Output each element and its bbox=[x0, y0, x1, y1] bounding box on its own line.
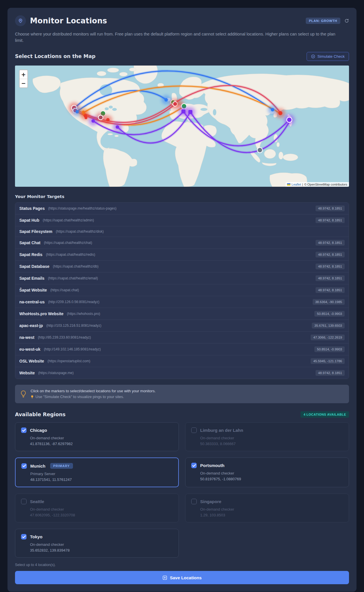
region-card[interactable]: Munich PRIMARY Primary Server 48.1371541… bbox=[15, 457, 179, 487]
target-name: Sapat Chat bbox=[19, 240, 40, 245]
target-name: Sapat Database bbox=[19, 264, 49, 269]
region-coords: 35.652832, 139.839478 bbox=[30, 548, 173, 552]
target-coords-badge: 48.9742, 8.1851 bbox=[316, 275, 345, 281]
target-coords-badge: 48.9742, 8.1851 bbox=[316, 217, 345, 223]
target-name: na-central-us bbox=[19, 300, 45, 304]
ping-blue-us[interactable] bbox=[76, 110, 79, 113]
target-coords-badge: 45.5945, -121.1786 bbox=[311, 358, 345, 364]
region-name: Chicago bbox=[30, 428, 47, 433]
ping-red-asia[interactable] bbox=[278, 111, 282, 115]
region-card[interactable]: Limburg an der Lahn On-demand checker 50… bbox=[185, 422, 349, 451]
target-coords-badge: 48.9742, 8.1851 bbox=[316, 252, 345, 257]
ping-purple-eu-1[interactable] bbox=[181, 109, 185, 113]
region-name: Portsmouth bbox=[200, 463, 224, 468]
target-name: Sapat Redis bbox=[19, 252, 42, 257]
zoom-out-button[interactable]: − bbox=[20, 79, 27, 87]
target-row: na-central-us (http://209.126.0.56:8081/… bbox=[15, 296, 349, 308]
simulate-check-button[interactable]: Simulate Check bbox=[307, 52, 349, 61]
ping-red-us-3[interactable] bbox=[106, 118, 110, 122]
ping-purple-us-2[interactable] bbox=[116, 125, 119, 129]
region-checkbox[interactable] bbox=[191, 499, 197, 504]
target-coords-badge: 35.6761, 139.6503 bbox=[312, 323, 345, 328]
region-checkbox[interactable] bbox=[21, 499, 27, 504]
region-cards-grid: Chicago On-demand checker 41.8781136, -8… bbox=[15, 422, 349, 558]
refresh-icon[interactable] bbox=[344, 18, 349, 23]
singapore-marker[interactable] bbox=[257, 147, 262, 153]
ping-purple-eu-2[interactable] bbox=[188, 110, 192, 114]
target-row: Sapat Filesystem (https://sapat.chat/hea… bbox=[15, 226, 349, 237]
target-url: (http://103.125.216.51:8081/readyz) bbox=[46, 324, 102, 328]
world-map[interactable]: + − Leaflet | © OpenStreetMap contributo… bbox=[15, 66, 349, 187]
page-description: Choose where your distributed monitors w… bbox=[15, 31, 338, 44]
target-url: (https://statuspage.me/healthz/status-pa… bbox=[48, 206, 117, 210]
region-checkbox[interactable] bbox=[191, 427, 197, 433]
region-checkbox[interactable] bbox=[21, 427, 27, 433]
region-card[interactable]: Chicago On-demand checker 41.8781136, -8… bbox=[15, 422, 179, 451]
tip-line-2: Use "Simulate Check" to visualize pings … bbox=[35, 394, 124, 400]
target-coords-badge: 48.9742, 8.1851 bbox=[316, 240, 345, 246]
regions-heading: Available Regions bbox=[15, 412, 65, 417]
target-url: (https://sapat.chat) bbox=[50, 288, 79, 292]
osm-link[interactable]: © OpenStreetMap contributors bbox=[304, 183, 347, 186]
save-icon bbox=[162, 575, 167, 580]
region-card[interactable]: Singapore On-demand checker 1.29, 103.85… bbox=[185, 494, 349, 522]
target-row: Sapat Emails (https://sapat.chat/healthz… bbox=[15, 272, 349, 284]
map-section-title: Select Locations on the Map bbox=[15, 53, 95, 59]
region-type: On-demand checker bbox=[30, 542, 173, 547]
region-checkbox[interactable] bbox=[21, 534, 27, 539]
target-name: eu-west-uk bbox=[19, 347, 40, 352]
locations-available-badge: 4 LOCATIONS AVAILABLE bbox=[301, 411, 349, 418]
map-pin-icon bbox=[15, 15, 26, 26]
region-type: On-demand checker bbox=[30, 507, 173, 511]
region-coords: 48.1371541, 11.5761247 bbox=[30, 477, 172, 482]
na-central-marker[interactable] bbox=[98, 115, 103, 120]
region-type: Primary Server bbox=[30, 472, 172, 476]
region-card[interactable]: Tokyo On-demand checker 35.652832, 139.8… bbox=[15, 529, 179, 558]
ping-purple-us-1[interactable] bbox=[91, 119, 95, 123]
target-url: (https://sapat.chat/healthz/disk) bbox=[56, 229, 104, 234]
region-name: Singapore bbox=[200, 499, 221, 504]
target-url: (https://sapat.chat/healthz/email) bbox=[48, 276, 98, 280]
target-url: (https://sapat.chat/healthz/chat) bbox=[44, 241, 92, 245]
target-row: Sapat Hub (https://sapat.chat/healthz/ad… bbox=[15, 214, 349, 226]
region-checkbox[interactable] bbox=[21, 463, 27, 469]
target-row: apac-east-jp (http://103.125.216.51:8081… bbox=[15, 320, 349, 331]
region-coords: 1.29, 103.8503 bbox=[200, 513, 343, 517]
tokyo-marker[interactable] bbox=[287, 117, 292, 122]
region-name: Seattle bbox=[30, 499, 44, 504]
target-coords-badge: 47.3066, -122.2619 bbox=[311, 335, 345, 340]
map-attribution: Leaflet | © OpenStreetMap contributors bbox=[286, 182, 349, 187]
selection-limit-note: Select up to 4 location(s). bbox=[15, 563, 349, 567]
target-row: Sapat Database (https://sapat.chat/healt… bbox=[15, 260, 349, 272]
region-coords: 41.8781136, -87.6297982 bbox=[30, 442, 173, 446]
save-locations-button[interactable]: Save Locations bbox=[15, 571, 349, 584]
ping-blue-asia[interactable] bbox=[271, 108, 274, 111]
region-checkbox[interactable] bbox=[191, 463, 197, 468]
target-row: WhoHosts.pro Website (https://whohosts.p… bbox=[15, 308, 349, 320]
monitor-locations-panel: Monitor Locations PLAN: GROWTH Choose wh… bbox=[7, 8, 357, 592]
region-coords: 50.8197675, -1.0880769 bbox=[200, 477, 343, 481]
target-name: Status Pages bbox=[19, 206, 45, 211]
target-row: eu-west-uk (http://149.102.146.185:8081/… bbox=[15, 343, 349, 355]
region-card[interactable]: Seattle On-demand checker 47.6062095, -1… bbox=[15, 494, 179, 522]
zoom-in-button[interactable]: + bbox=[20, 70, 27, 79]
target-name: Sapat Filesystem bbox=[19, 229, 52, 234]
target-name: WhoHosts.pro Website bbox=[19, 311, 63, 316]
target-url: (https://openstartuplist.com) bbox=[48, 359, 90, 363]
plan-badge: PLAN: GROWTH bbox=[306, 18, 340, 24]
tip-line-1: Click on the markers to select/deselect … bbox=[31, 388, 156, 394]
target-row: na-west (http://85.239.233.60:8081/ready… bbox=[15, 331, 349, 343]
region-card[interactable]: Portsmouth On-demand checker 50.8197675,… bbox=[185, 457, 349, 487]
region-type: On-demand checker bbox=[200, 507, 343, 511]
target-coords-badge: 48.9742, 8.1851 bbox=[316, 264, 345, 269]
target-name: Šapat Website bbox=[19, 288, 47, 292]
ping-red-us-2[interactable] bbox=[85, 116, 87, 119]
region-type: On-demand checker bbox=[200, 471, 343, 475]
leaflet-link[interactable]: Leaflet bbox=[292, 183, 301, 186]
ping-blue-atlantic[interactable] bbox=[164, 98, 168, 102]
target-coords-badge: 50.8514, -0.9903 bbox=[314, 311, 345, 317]
target-url: (http://85.239.233.60:8081/readyz) bbox=[38, 335, 91, 339]
map-zoom-control: + − bbox=[19, 70, 28, 88]
targets-list: Status Pages (https://statuspage.me/heal… bbox=[15, 202, 349, 379]
target-row: Status Pages (https://statuspage.me/heal… bbox=[15, 203, 349, 214]
